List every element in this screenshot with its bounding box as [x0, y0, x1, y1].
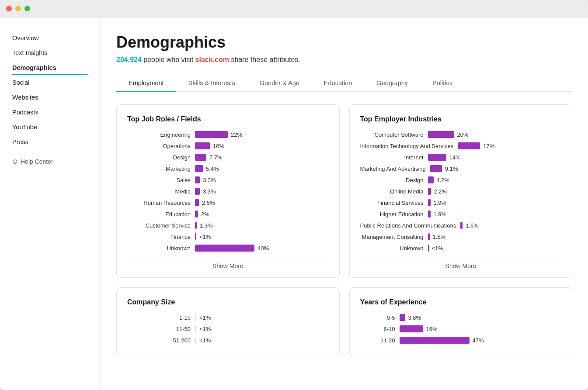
- bar-label: Education: [127, 211, 191, 217]
- bar-label: Public Relations And Communications: [360, 222, 456, 229]
- bar-wrap: 17%: [458, 142, 561, 149]
- bar-wrap: 3.8%: [400, 314, 562, 321]
- bar-wrap: <1%: [195, 337, 329, 344]
- bar-fill: [428, 233, 430, 240]
- years-experience-title: Years of Experience: [360, 298, 562, 306]
- sidebar-item-text-insights[interactable]: Text Insights: [0, 45, 100, 60]
- visitor-count: 204,924: [116, 56, 142, 63]
- bar-wrap: 4.2%: [428, 176, 562, 183]
- bar-fill: [195, 233, 196, 240]
- bar-fill: [428, 188, 431, 195]
- sidebar-item-social[interactable]: Social: [0, 75, 100, 90]
- bar-value: <1%: [199, 337, 211, 344]
- company-size-title: Company Size: [127, 298, 329, 306]
- bar-label: 11-20: [360, 337, 395, 344]
- bar-label: Unknown: [360, 245, 424, 252]
- bar-wrap: 5.4%: [195, 165, 329, 172]
- bar-wrap: 16%: [400, 325, 562, 332]
- bar-value: 10%: [213, 143, 224, 149]
- tab-geography[interactable]: Geography: [364, 75, 420, 92]
- employer-industries-show-more[interactable]: Show More: [360, 256, 562, 269]
- charts-grid: Top Job Roles / Fields Engineering 22% O…: [116, 104, 572, 356]
- bar-fill: [195, 188, 200, 195]
- bar-label: 51-200: [127, 337, 191, 344]
- bar-label: 1-10: [127, 314, 191, 321]
- bar-value: 9.1%: [445, 166, 458, 172]
- bar-value: 1.3%: [200, 222, 213, 229]
- employer-industries-title: Top Employer Industries: [360, 115, 562, 123]
- bar-fill: [428, 245, 429, 252]
- list-item: 1-10 <1%: [127, 314, 329, 321]
- bar-value: 14%: [449, 154, 461, 161]
- years-experience-card: Years of Experience 0-5 3.8% 6-10 16% 11…: [349, 287, 573, 356]
- bar-label: Design: [127, 154, 191, 161]
- bar-wrap: <1%: [428, 245, 562, 252]
- bar-label: Management Consulting: [360, 234, 424, 240]
- minimize-button[interactable]: [15, 6, 21, 11]
- bar-wrap: <1%: [195, 325, 329, 332]
- job-roles-bars: Engineering 22% Operations 10% Design 7.…: [127, 131, 329, 252]
- bar-label: Online Media: [360, 188, 424, 195]
- job-roles-show-more[interactable]: Show More: [127, 256, 329, 269]
- bar-value: 4.2%: [437, 177, 450, 183]
- bar-label: Customer Service: [127, 222, 191, 229]
- sidebar-item-overview[interactable]: Overview: [0, 31, 100, 45]
- close-button[interactable]: [6, 6, 12, 11]
- company-size-bars: 1-10 <1% 11-50 <1% 51-200 <1%: [127, 314, 329, 344]
- sidebar-item-demographics[interactable]: Demographics: [0, 60, 100, 75]
- bar-value: 2.5%: [202, 200, 215, 206]
- list-item: Public Relations And Communications 1.6%: [360, 222, 562, 229]
- bar-value: 1.9%: [434, 200, 447, 206]
- list-item: Online Media 2.2%: [360, 188, 562, 195]
- bar-wrap: 10%: [195, 142, 329, 149]
- tab-employment[interactable]: Employment: [116, 75, 176, 92]
- bar-label: Marketing And Advertising: [360, 166, 426, 172]
- employer-industries-bars: Computer Software 20% Information Techno…: [360, 131, 562, 252]
- bar-value: 1.9%: [434, 211, 447, 217]
- bar-wrap: <1%: [195, 233, 329, 240]
- bar-fill: [195, 142, 210, 149]
- tab-politics[interactable]: Politics: [420, 75, 465, 92]
- bar-value: <1%: [432, 245, 443, 252]
- list-item: Customer Service 1.3%: [127, 222, 329, 229]
- bar-fill: [400, 337, 470, 344]
- bar-value: <1%: [199, 234, 211, 240]
- tab-education[interactable]: Education: [312, 75, 365, 92]
- sidebar-item-websites[interactable]: Websites: [0, 90, 100, 105]
- app-window: Overview Text Insights Demographics Soci…: [0, 0, 588, 390]
- maximize-button[interactable]: [24, 6, 30, 11]
- bar-value: 1.6%: [466, 222, 479, 229]
- bar-value: 3.8%: [408, 314, 421, 321]
- bar-value: 22%: [231, 131, 242, 138]
- bar-fill: [460, 222, 463, 229]
- bar-value: 7.7%: [209, 154, 223, 161]
- bar-label: Finance: [127, 234, 191, 240]
- bar-wrap: 1.6%: [460, 222, 561, 229]
- tab-skills[interactable]: Skills & Interests: [176, 75, 247, 92]
- bar-wrap: 14%: [428, 154, 562, 161]
- sidebar-item-press[interactable]: Press: [0, 135, 100, 149]
- bar-value: <1%: [199, 314, 211, 321]
- tab-gender[interactable]: Gender & Age: [247, 75, 312, 92]
- bar-value: 17%: [483, 143, 494, 149]
- sidebar-item-youtube[interactable]: YouTube: [0, 120, 100, 135]
- bar-fill: [428, 131, 454, 138]
- bar-label: Computer Software: [360, 131, 424, 138]
- list-item: Unknown <1%: [360, 245, 562, 252]
- list-item: 0-5 3.8%: [360, 314, 562, 321]
- bar-wrap: 3.3%: [195, 176, 329, 183]
- bar-wrap: 47%: [400, 337, 562, 344]
- sidebar-item-podcasts[interactable]: Podcasts: [0, 105, 100, 120]
- bar-value: 20%: [457, 131, 469, 138]
- page-title: Demographics: [116, 33, 572, 52]
- sidebar-help-center[interactable]: ⊙ Help Center: [0, 154, 100, 169]
- tab-bar: Employment Skills & Interests Gender & A…: [116, 75, 572, 92]
- bar-wrap: 9.1%: [430, 165, 561, 172]
- bar-label: Higher Education: [360, 211, 424, 217]
- list-item: Financial Services 1.9%: [360, 199, 562, 206]
- bar-fill: [428, 176, 434, 183]
- bar-wrap: 2%: [195, 211, 329, 217]
- bar-fill: [428, 154, 446, 161]
- bar-label: Financial Services: [360, 200, 424, 206]
- bar-wrap: 1.9%: [428, 199, 562, 206]
